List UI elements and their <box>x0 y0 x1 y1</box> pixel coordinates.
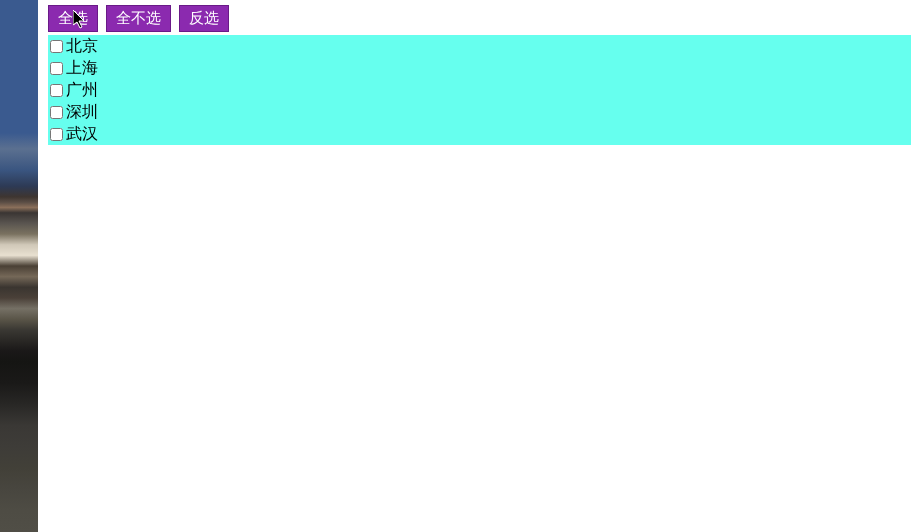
list-item: 广州 <box>48 79 911 101</box>
checkbox-shenzhen[interactable] <box>50 106 63 119</box>
list-item: 上海 <box>48 57 911 79</box>
list-item: 武汉 <box>48 123 911 145</box>
checkbox-wuhan[interactable] <box>50 128 63 141</box>
select-none-button[interactable]: 全不选 <box>106 5 171 32</box>
list-item: 北京 <box>48 35 911 57</box>
select-all-button[interactable]: 全选 <box>48 5 98 32</box>
checkbox-list: 北京 上海 广州 深圳 武汉 <box>48 35 911 145</box>
action-button-row: 全选 全不选 反选 <box>48 5 911 32</box>
checkbox-label: 广州 <box>66 79 98 101</box>
checkbox-label: 武汉 <box>66 123 98 145</box>
checkbox-label: 北京 <box>66 35 98 57</box>
invert-selection-button[interactable]: 反选 <box>179 5 229 32</box>
checkbox-label: 上海 <box>66 57 98 79</box>
list-item: 深圳 <box>48 101 911 123</box>
checkbox-shanghai[interactable] <box>50 62 63 75</box>
checkbox-label: 深圳 <box>66 101 98 123</box>
checkbox-beijing[interactable] <box>50 40 63 53</box>
checkbox-guangzhou[interactable] <box>50 84 63 97</box>
page-content: 全选 全不选 反选 北京 上海 广州 深圳 武汉 <box>38 0 921 532</box>
desktop-background-strip <box>0 0 38 532</box>
